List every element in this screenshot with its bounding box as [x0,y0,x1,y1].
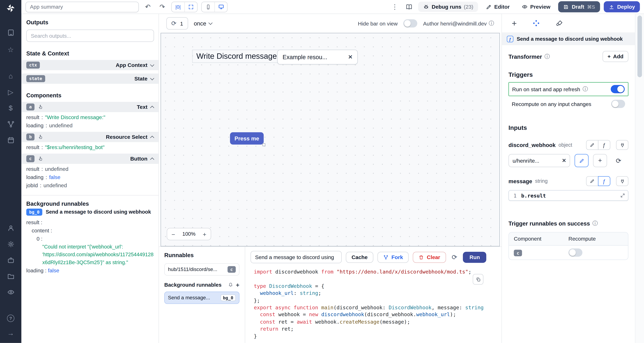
reload-script-button[interactable]: ⟳ [450,253,459,261]
scrollbar-thumb[interactable] [638,16,642,77]
folders-icon[interactable] [4,271,18,281]
flows-icon[interactable] [4,119,18,129]
debug-runs-label: Debug runs [432,4,462,10]
run-button[interactable]: Run [463,252,486,262]
fullscreen-button[interactable] [184,2,197,12]
run-on-start-toggle[interactable] [611,85,625,93]
clear-select-icon[interactable]: × [348,53,352,61]
background-runnable-item-selected[interactable]: Send a message... bg_0 [164,292,240,304]
bg0-row[interactable]: bg_0 Send a message to discord using web… [21,207,158,217]
add-resource-button[interactable]: + [593,154,607,167]
resource-input[interactable]: u/henri/te... × [508,154,570,167]
resource-select-component[interactable]: Example resou... × [277,50,358,64]
runnable-name-input[interactable] [250,251,342,263]
resize-handle[interactable] [262,144,265,146]
component-settings-tab[interactable] [532,19,540,27]
chevron-up-icon[interactable] [150,136,154,140]
schedules-icon[interactable] [4,135,18,145]
variables-icon[interactable]: $ [4,103,18,113]
refresh-count-group[interactable]: ⟳ 1 [166,17,188,30]
text-component[interactable]: Write Discord message: [192,50,283,63]
output-row-state[interactable]: state State [21,74,158,84]
result-node[interactable]: result : [21,217,158,225]
info-icon[interactable]: ⓘ [544,53,550,60]
center-canvas-button[interactable]: |0| [172,2,184,12]
info-icon[interactable]: ⓘ [582,86,588,93]
content-node[interactable]: content : [21,225,158,234]
mobile-view-button[interactable] [202,2,214,12]
expression-mode-button[interactable]: ƒ [598,140,610,150]
hide-bar-toggle[interactable] [404,19,418,28]
favorites-icon[interactable]: ☆ [4,45,18,54]
output-row-c[interactable]: c Button [21,154,158,164]
desktop-view-button[interactable] [214,2,227,12]
recompute-toggle[interactable] [611,100,625,108]
page-scrollbar[interactable] [635,14,644,343]
apps-icon[interactable] [4,28,18,38]
index-node[interactable]: 0 : [21,234,158,242]
hand-pointer-icon[interactable] [38,156,43,162]
output-row-b[interactable]: b Resource Select [21,132,158,142]
chevron-down-icon[interactable] [150,62,154,66]
chevron-up-icon[interactable] [150,158,154,162]
refresh-icon[interactable]: ⟳ [171,20,176,27]
refresh-resource-button[interactable]: ⟳ [612,154,626,167]
redo-button[interactable]: ↷ [157,2,168,12]
windmill-logo[interactable] [4,2,18,14]
output-row-ctx[interactable]: ctx App Context [21,60,158,70]
audit-logs-icon[interactable] [4,287,18,297]
zoom-in-button[interactable]: + [198,228,211,240]
undo-button[interactable]: ↶ [142,2,153,12]
connect-input-button[interactable] [616,140,628,150]
output-row-a[interactable]: a Text [21,102,158,112]
cache-button[interactable]: Cache [346,252,374,262]
static-edit-button[interactable] [586,176,598,186]
runnable-item[interactable]: hub/1511/discord/se... c [164,263,240,276]
add-background-runnable-button[interactable]: + [236,282,240,288]
editor-tab-label: Editor [494,4,510,10]
chevron-up-icon[interactable] [150,106,154,110]
search-outputs-input[interactable] [26,30,154,42]
info-icon[interactable]: ⓘ [592,220,598,227]
insert-component-tab[interactable]: + [512,18,517,28]
info-icon[interactable]: ⓘ [489,20,494,27]
fork-button[interactable]: Fork [378,252,409,262]
message-expression-editor[interactable]: 1 b.result [508,190,628,201]
clear-resource-icon[interactable]: × [562,157,566,164]
editor-tab[interactable]: Editor [482,2,514,12]
copy-code-button[interactable] [473,274,484,285]
expand-editor-icon[interactable] [620,193,625,198]
hand-pointer-icon[interactable] [38,134,43,140]
frequency-dropdown[interactable]: once [194,20,212,27]
bell-icon[interactable] [228,282,234,288]
edit-resource-button[interactable] [574,154,588,167]
press-me-label: Press me [234,135,259,142]
workers-icon[interactable] [4,255,18,265]
help-icon[interactable]: ? [4,313,18,323]
collapse-sidebar-icon[interactable]: → [4,328,18,338]
more-menu-button[interactable]: ⋮ [390,2,400,12]
deploy-button[interactable]: Deploy [604,1,640,12]
connect-input-button[interactable] [616,176,628,186]
draft-button[interactable]: Draft ⌘S [558,1,600,12]
zoom-out-button[interactable]: − [167,228,180,240]
runs-icon[interactable]: ▷ [4,87,18,97]
code-lines[interactable]: import discordwebhook from "https://deno… [245,266,502,343]
app-summary-input[interactable] [26,2,139,12]
user-icon[interactable] [4,223,18,233]
expression-mode-button[interactable]: ƒ [598,176,610,186]
row-recompute-toggle[interactable] [568,248,582,257]
preview-tab[interactable]: Preview [518,2,554,12]
docs-button[interactable] [404,2,414,12]
clear-button[interactable]: Clear [413,252,446,262]
debug-runs-button[interactable]: Debug runs (23) [418,2,478,12]
static-edit-button[interactable] [586,140,598,150]
settings-gear-icon[interactable] [4,239,18,249]
styling-tab[interactable] [556,20,563,27]
app-canvas[interactable]: Write Discord message: Example resou... … [160,33,500,246]
press-me-button[interactable]: Press me [230,132,264,144]
home-icon[interactable]: ⌂ [4,71,18,81]
hand-pointer-icon[interactable] [38,104,43,110]
add-transformer-button[interactable]: + Add [602,51,628,62]
chevron-down-icon[interactable] [150,76,154,80]
